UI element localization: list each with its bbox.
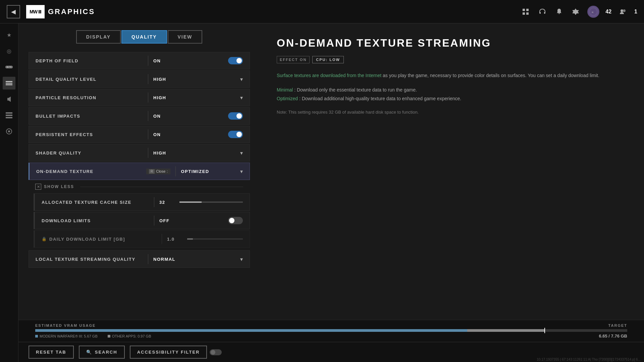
- sidebar-item-menu[interactable]: [3, 77, 15, 89]
- local-texture-value: NORMAL: [153, 257, 240, 262]
- svg-rect-4: [559, 13, 560, 14]
- daily-limit-label: DAILY DOWNLOAD LIMIT [GB]: [49, 237, 157, 242]
- setting-depth-of-field: DEPTH OF FIELD ON: [29, 52, 250, 69]
- vram-usage-label: ESTIMATED VRAM USAGE: [35, 323, 96, 327]
- download-limits-value: OFF: [159, 218, 228, 223]
- vram-sub-labels-container: MODERN WARFARE® III: 5.67 GB OTHER APPS:…: [35, 334, 151, 338]
- depth-of-field-toggle[interactable]: [228, 57, 243, 64]
- tab-view[interactable]: VIEW: [168, 30, 203, 44]
- sidebar-item-scope[interactable]: ◎: [3, 45, 15, 57]
- headset-icon[interactable]: [537, 6, 548, 17]
- shader-quality-dropdown[interactable]: ▾: [240, 150, 243, 156]
- detail-quality-dropdown[interactable]: ▾: [240, 76, 243, 82]
- sidebar-item-favorites[interactable]: ★: [3, 28, 15, 41]
- setting-on-demand-texture: ON-DEMAND TEXTURE R Close : OPTIMIZED ▾: [29, 163, 250, 180]
- on-demand-texture-dropdown[interactable]: ▾: [240, 168, 243, 175]
- on-demand-texture-label: ON-DEMAND TEXTURE: [36, 169, 144, 174]
- accessibility-filter-button[interactable]: ACCESSIBILITY FILTER: [130, 346, 207, 359]
- search-button[interactable]: 🔍 SEARCH: [79, 346, 125, 359]
- close-badge[interactable]: R Close :: [146, 169, 170, 174]
- back-button[interactable]: ◀: [7, 5, 20, 18]
- sidebar-item-gamepad[interactable]: [3, 61, 15, 73]
- local-texture-label: LOCAL TEXTURE STREAMING QUALITY: [36, 257, 143, 262]
- svg-rect-12: [7, 67, 8, 67]
- divider: [148, 93, 148, 103]
- divider: [148, 74, 148, 84]
- vram-bar-mw: [35, 329, 467, 332]
- persistent-effects-value: ON: [153, 132, 228, 137]
- svg-point-14: [9, 66, 10, 67]
- main-content: DISPLAY QUALITY VIEW DEPTH OF FIELD ON D…: [18, 23, 644, 362]
- download-limits-label: DOWNLOAD LIMITS: [42, 218, 149, 223]
- svg-point-8: [621, 9, 623, 12]
- profile-avatar[interactable]: ⚔: [587, 6, 599, 18]
- allocated-texture-slider[interactable]: [179, 201, 243, 203]
- particle-resolution-value: HIGH: [153, 95, 240, 100]
- particle-resolution-label: PARTICLE RESOLUTION: [36, 95, 143, 100]
- vram-bar-target: [544, 328, 545, 333]
- setting-bullet-impacts: BULLET IMPACTS ON: [29, 107, 250, 125]
- topbar: ◀ MW III GRAPHICS ⚔ 42 1: [0, 0, 644, 23]
- search-label: SEARCH: [95, 350, 117, 355]
- info-desc-highlight: Surface textures are downloaded from the…: [277, 73, 381, 78]
- sidebar-item-audio[interactable]: [3, 93, 15, 106]
- svg-rect-1: [526, 9, 529, 11]
- local-texture-dropdown[interactable]: ▾: [240, 256, 243, 262]
- topbar-right: ⚔ 42 1: [520, 6, 637, 18]
- bullet-impacts-toggle[interactable]: [228, 112, 243, 120]
- vram-labels: ESTIMATED VRAM USAGE TARGET: [35, 323, 627, 327]
- detail-quality-value: HIGH: [153, 77, 240, 82]
- sidebar: ★ ◎: [0, 23, 18, 362]
- cpu-badge: CPU: LOW: [312, 56, 344, 63]
- vram-mw-text: MODERN WARFARE® III: 5.67 GB: [40, 334, 98, 338]
- tab-display[interactable]: DISPLAY: [76, 30, 121, 44]
- slider-fill: [187, 238, 193, 240]
- vram-other-text: OTHER APPS: 0.97 GB: [112, 334, 151, 338]
- accessibility-filter-row: ACCESSIBILITY FILTER: [130, 346, 222, 359]
- accessibility-toggle[interactable]: [210, 349, 222, 355]
- grid-icon[interactable]: [520, 6, 531, 17]
- r-badge: R: [149, 169, 155, 174]
- optimized-label: Optimized: [277, 96, 298, 101]
- lock-icon: 🔒: [42, 237, 47, 241]
- daily-limit-slider: [187, 238, 243, 240]
- svg-point-23: [8, 130, 10, 132]
- settings-list: DEPTH OF FIELD ON DETAIL QUALITY LEVEL H…: [29, 52, 250, 355]
- bell-icon[interactable]: [554, 6, 565, 17]
- divider: [154, 197, 154, 207]
- reset-tab-button[interactable]: RESET TAB: [29, 346, 74, 359]
- info-title: ON-DEMAND TEXTURE STREAMING: [277, 37, 627, 49]
- svg-rect-20: [6, 115, 12, 116]
- persistent-effects-label: PERSISTENT EFFECTS: [36, 132, 143, 137]
- shader-quality-value: HIGH: [153, 150, 240, 156]
- tab-quality[interactable]: QUALITY: [121, 30, 167, 44]
- show-less-row[interactable]: ✕ SHOW LESS: [29, 181, 250, 192]
- page-title: GRAPHICS: [48, 7, 95, 16]
- setting-shader-quality: SHADER QUALITY HIGH ▾: [29, 144, 250, 162]
- search-icon: 🔍: [86, 350, 92, 355]
- optimized-line: Optimized : Download additional high-qua…: [277, 95, 627, 103]
- party-icon[interactable]: [618, 6, 628, 17]
- bullet-impacts-label: BULLET IMPACTS: [36, 114, 143, 119]
- setting-download-limits: DOWNLOAD LIMITS OFF: [34, 212, 250, 229]
- vram-total: 6.65 / 7.76 GB: [599, 334, 627, 339]
- particle-resolution-dropdown[interactable]: ▾: [240, 95, 243, 101]
- vram-section: ESTIMATED VRAM USAGE TARGET MODERN WARFA…: [18, 320, 644, 342]
- gear-icon[interactable]: [571, 6, 581, 17]
- vram-dot-other: [108, 335, 110, 338]
- download-limits-toggle[interactable]: [228, 217, 243, 224]
- persistent-effects-toggle[interactable]: [228, 131, 243, 138]
- sidebar-item-network[interactable]: [3, 125, 15, 138]
- semicolon-text: :: [167, 169, 168, 173]
- sidebar-item-list[interactable]: [3, 109, 15, 122]
- show-less-label: SHOW LESS: [44, 184, 74, 189]
- divider: [148, 129, 148, 139]
- optimized-desc: : Download additional high-quality textu…: [299, 96, 461, 101]
- setting-local-texture: LOCAL TEXTURE STREAMING QUALITY NORMAL ▾: [29, 250, 250, 268]
- game-logo: MW III: [26, 5, 45, 18]
- allocated-texture-label: ALLOCATED TEXTURE CACHE SIZE: [42, 200, 149, 205]
- setting-persistent-effects: PERSISTENT EFFECTS ON: [29, 126, 250, 143]
- bullet-impacts-value: ON: [153, 114, 228, 119]
- detail-quality-label: DETAIL QUALITY LEVEL: [36, 77, 143, 82]
- setting-allocated-texture: ALLOCATED TEXTURE CACHE SIZE 32: [34, 193, 250, 211]
